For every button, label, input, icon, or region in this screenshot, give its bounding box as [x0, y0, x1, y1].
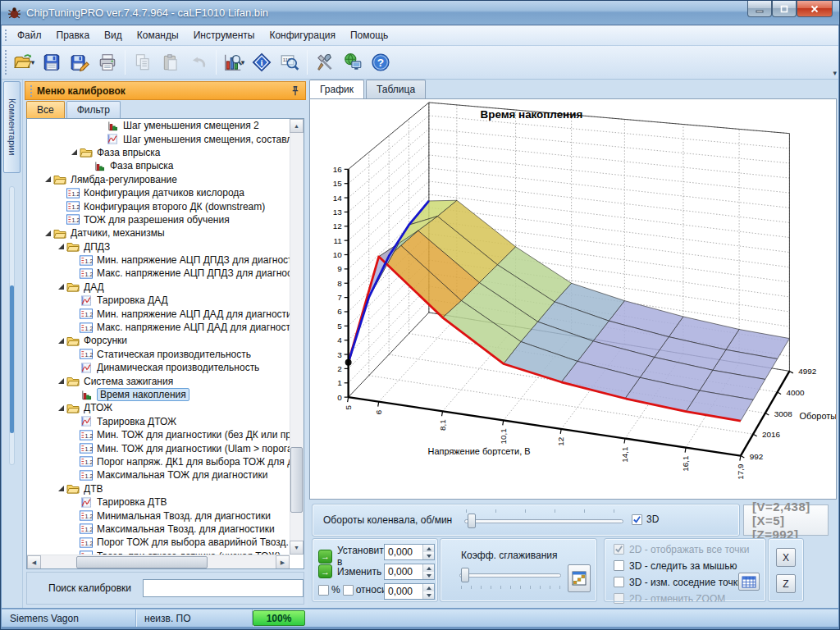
set-value[interactable]: 0,000	[385, 545, 422, 559]
tree-item[interactable]: Датчики, механизмы	[27, 226, 290, 240]
tree-item-label[interactable]: Тарировка ДТОЖ	[97, 416, 176, 427]
set-spin-up[interactable]	[423, 545, 434, 552]
relative-spin-down[interactable]	[423, 591, 434, 599]
expanded-triangle-icon[interactable]	[58, 405, 64, 411]
change-spin-up[interactable]	[423, 564, 434, 572]
rpm-slider-track[interactable]	[464, 519, 623, 523]
tree-item[interactable]: 1.2Мин. напряжение АЦП ДАД для диагности…	[27, 307, 290, 320]
tree-item-label[interactable]: Мин. ТОЖ для диагностики (Ulam > порога)	[97, 443, 290, 454]
tree-item[interactable]: 1.2Макс. напряжение АЦП ДАД для диагност…	[27, 321, 290, 334]
tree-item[interactable]: 1.2Макс. напряжение АЦП ДПДЗ для диагнос…	[27, 267, 290, 280]
menu-item-1[interactable]: Правка	[49, 27, 98, 43]
tree-item-label[interactable]: Мин. напряжение АЦП ДАД для диагностики	[97, 308, 290, 320]
z-axis-button[interactable]: Z	[776, 574, 796, 593]
vertical-scroll-thumb[interactable]	[290, 447, 303, 513]
scroll-left-button[interactable]: ◀	[27, 555, 41, 569]
menu-grip[interactable]	[3, 28, 8, 43]
tree-item-label[interactable]: Порог напряж. ДК1 для выбора ТОЖ для диа…	[97, 456, 290, 468]
tree-item[interactable]: 1.2ТОЖ для разрешения обучения	[27, 213, 290, 226]
tree-item[interactable]: 1.2Мин. ТОЖ для диагностики (Ulam > поро…	[27, 441, 290, 454]
save-icon[interactable]	[39, 49, 65, 75]
zoom-110-icon[interactable]: 110	[276, 49, 303, 75]
tree-item[interactable]: Тарировка ДАД	[27, 294, 290, 307]
tree-item-label[interactable]: Мин. ТОЖ для диагностики (без ДК или про…	[97, 429, 290, 441]
tree-item-label[interactable]: Максимальная Твозд. для диагностики	[97, 523, 275, 535]
expanded-triangle-icon[interactable]	[58, 378, 64, 384]
tree-item[interactable]: Фаза впрыска	[27, 159, 290, 172]
change-value-spinner[interactable]: 0,000	[384, 564, 435, 580]
toolbar-overflow-icon[interactable]: ▾	[833, 69, 837, 77]
relative-value-spinner[interactable]: 0,000	[384, 583, 435, 600]
comments-scroll-track[interactable]	[9, 186, 15, 465]
comments-scroll-thumb[interactable]	[10, 285, 14, 433]
smoothing-apply-button[interactable]	[568, 564, 591, 592]
tree-item-label[interactable]: ДТВ	[84, 483, 103, 495]
option-checkbox-1[interactable]	[614, 560, 624, 571]
menu-item-3[interactable]: Команды	[130, 27, 186, 43]
tree-item-label[interactable]: Лямбда-регулирование	[71, 174, 177, 185]
option-checkbox-2[interactable]	[614, 577, 624, 587]
expanded-triangle-icon[interactable]	[58, 486, 64, 491]
tree-item-label[interactable]: Мин. напряжение АЦП ДПДЗ для диагностики	[97, 254, 290, 266]
scroll-up-button[interactable]: ▲	[290, 119, 304, 133]
tree-item-label[interactable]: ТОЖ для разрешения обучения	[84, 214, 230, 226]
comments-tab[interactable]: Комментарии	[3, 81, 21, 173]
tree-item[interactable]: 1.2Порог ТОЖ для выбора аварийной Твозд.	[27, 536, 290, 549]
surface-chart[interactable]: 012345678910111213141516568,110,11214,11…	[309, 98, 837, 500]
smoothing-slider[interactable]	[459, 568, 561, 582]
menu-item-2[interactable]: Вид	[97, 27, 130, 43]
chart-search-icon[interactable]: ▾	[221, 49, 247, 75]
network-icon[interactable]	[340, 49, 366, 75]
relative-value[interactable]: 0,000	[385, 584, 422, 599]
tree-item-label[interactable]: Система зажигания	[84, 376, 173, 387]
tree-item[interactable]: Система зажигания	[27, 374, 290, 387]
pin-icon[interactable]	[290, 85, 301, 97]
tree-item[interactable]: Тарировка ДТВ	[27, 495, 290, 509]
tree-item[interactable]: ДТВ	[27, 482, 290, 495]
menu-item-0[interactable]: Файл	[10, 27, 49, 43]
tab-graph[interactable]: График	[309, 80, 364, 98]
tree-item-label[interactable]: Динамическая производительность	[97, 362, 259, 373]
menu-item-4[interactable]: Инструменты	[186, 27, 262, 43]
smoothing-slider-track[interactable]	[459, 573, 561, 578]
horizontal-scroll-thumb[interactable]	[76, 556, 208, 568]
set-value-button[interactable]: →	[318, 550, 332, 564]
expanded-triangle-icon[interactable]	[58, 244, 64, 249]
save-as-icon[interactable]	[66, 49, 93, 75]
tree-item[interactable]: 1.2Конфигурация датчиков кислорода	[27, 186, 290, 199]
tree-item-label[interactable]: Минимальная Твозд. для диагностики	[97, 510, 271, 522]
open-icon[interactable]: ▾	[11, 49, 37, 75]
tab-all[interactable]: Все	[26, 101, 65, 118]
tree-item[interactable]: Форсунки	[27, 334, 290, 347]
tree-item-label[interactable]: Форсунки	[84, 335, 127, 346]
tree-item[interactable]: Шаг уменьшения смещения 2	[27, 119, 290, 132]
tree-item-label[interactable]: Тарировка ДТВ	[97, 496, 167, 508]
tree-item[interactable]: Динамическая производительность	[27, 361, 290, 374]
tree-item[interactable]: Лямбда-регулирование	[27, 173, 290, 186]
expanded-triangle-icon[interactable]	[45, 176, 51, 182]
tree-item-label[interactable]: Время накопления	[97, 388, 189, 401]
tree-horizontal-scrollbar[interactable]: ◀ ▶	[27, 555, 290, 568]
tree-item-label[interactable]: Макс. напряжение АЦП ДПДЗ для диагностик…	[97, 267, 290, 279]
tree-item[interactable]: 1.2Статическая производительность	[27, 348, 290, 361]
expanded-triangle-icon[interactable]	[58, 284, 64, 290]
tree-item-label[interactable]: Фаза впрыска	[110, 160, 174, 171]
3d-checkbox[interactable]	[632, 514, 642, 525]
info-icon[interactable]: i	[249, 49, 275, 75]
tree-item-label[interactable]: Конфигурация датчиков кислорода	[84, 187, 244, 199]
x-axis-button[interactable]: X	[776, 548, 796, 567]
expanded-triangle-icon[interactable]	[45, 231, 51, 236]
tree-item[interactable]: ДАД	[27, 281, 290, 294]
smoothing-slider-thumb[interactable]	[461, 568, 469, 582]
tree-item-label[interactable]: Шаг уменьшения смещения 2	[123, 120, 259, 131]
maximize-button[interactable]	[772, 1, 797, 17]
tree-item[interactable]: Фаза впрыска	[27, 146, 290, 159]
tab-filter[interactable]: Фильтр	[66, 101, 121, 118]
surface-plot[interactable]: 012345678910111213141516568,110,11214,11…	[310, 99, 836, 495]
tree-item[interactable]: 1.2Мин. напряжение АЦП ДПДЗ для диагност…	[27, 253, 290, 267]
dropdown-caret-icon[interactable]: ▾	[241, 58, 245, 66]
change-spin-down[interactable]	[423, 572, 434, 579]
tree-item-label[interactable]: Максимальная ТОЖ для диагностики	[97, 469, 268, 481]
dropdown-caret-icon[interactable]: ▾	[31, 58, 35, 66]
scroll-down-button[interactable]: ▼	[290, 541, 304, 555]
